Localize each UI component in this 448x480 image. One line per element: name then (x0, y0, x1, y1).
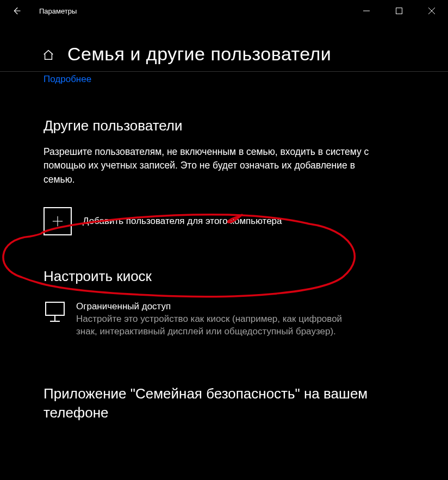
plus-box (43, 207, 72, 235)
close-icon (428, 8, 435, 14)
close-button[interactable] (415, 0, 448, 22)
add-user-label: Добавить пользователя для этого компьюте… (83, 216, 282, 227)
plus-icon (52, 215, 64, 227)
kiosk-description: Настройте это устройство как киоск (напр… (76, 313, 359, 338)
svg-rect-6 (46, 302, 64, 315)
kiosk-heading: Настроить киоск (43, 268, 405, 285)
kiosk-setup-button[interactable]: Ограниченный доступ Настройте это устрой… (43, 301, 405, 338)
back-button[interactable] (5, 0, 27, 22)
home-icon[interactable] (42, 49, 54, 63)
other-users-description: Разрешите пользователям, не включенным в… (43, 145, 381, 186)
minimize-icon (363, 8, 370, 14)
kiosk-title: Ограниченный доступ (76, 301, 359, 312)
arrow-left-icon (11, 6, 21, 16)
minimize-button[interactable] (350, 0, 383, 22)
settings-window: Параметры Семья и другие пользователи По… (0, 0, 448, 480)
page-title: Семья и другие пользователи (67, 43, 331, 65)
maximize-icon (396, 8, 402, 14)
window-title: Параметры (39, 7, 77, 15)
window-controls (350, 0, 448, 22)
add-user-button[interactable]: Добавить пользователя для этого компьюте… (43, 207, 405, 235)
titlebar: Параметры (0, 0, 448, 22)
family-safety-app-heading: Приложение "Семейная безопасность" на ва… (43, 384, 397, 422)
kiosk-text: Ограниченный доступ Настройте это устрой… (76, 301, 359, 338)
page-header: Семья и другие пользователи (0, 22, 448, 72)
other-users-heading: Другие пользователи (43, 117, 405, 134)
content-area: Другие пользователи Разрешите пользовате… (0, 117, 448, 422)
more-link[interactable]: Подробнее (0, 72, 91, 85)
kiosk-monitor-icon (43, 301, 66, 323)
maximize-button[interactable] (383, 0, 415, 22)
svg-rect-1 (396, 8, 402, 14)
